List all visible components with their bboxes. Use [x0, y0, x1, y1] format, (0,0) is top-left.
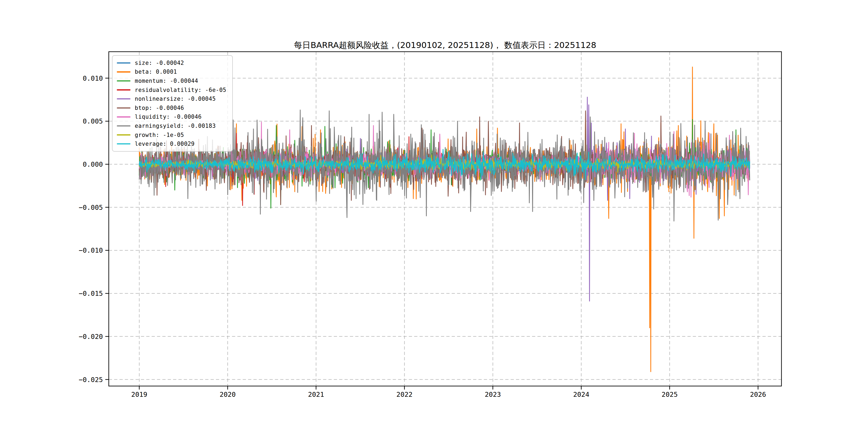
legend-swatch-btop [117, 107, 130, 109]
y-tick-label: −0.005 [79, 204, 103, 211]
legend-swatch-leverage [117, 143, 130, 145]
legend-swatch-growth [117, 134, 130, 135]
legend-swatch-size [117, 62, 130, 64]
legend-item-residualvolatility: residualvolatility: -6e-05 [115, 86, 226, 95]
legend: size: -0.00042beta: 0.0001momentum: -0.0… [112, 55, 233, 152]
legend-label: residualvolatility: -6e-05 [135, 87, 226, 93]
legend-item-btop: btop: -0.00046 [115, 103, 226, 113]
x-tick-label: 2022 [397, 391, 412, 398]
x-tick-label: 2025 [661, 391, 678, 398]
legend-item-growth: growth: -1e-05 [115, 130, 226, 140]
chart-title: 每日BARRA超额风险收益，(20190102, 20251128)， 数值表示… [109, 39, 781, 51]
y-tick-label: −0.025 [79, 376, 103, 384]
x-tick-label: 2021 [308, 391, 324, 398]
y-tick-label: −0.020 [79, 333, 103, 341]
y-tick-label: 0.000 [83, 160, 103, 168]
legend-label: size: -0.00042 [135, 60, 184, 66]
legend-swatch-nonlinearsize [117, 98, 130, 100]
x-tick-label: 2019 [131, 391, 147, 398]
legend-swatch-earningsyield [117, 125, 130, 127]
x-tick-label: 2024 [573, 391, 589, 398]
figure: 0.0100.0050.000−0.005−0.010−0.015−0.020−… [0, 0, 868, 434]
legend-item-earningsyield: earningsyield: -0.00183 [115, 121, 226, 130]
legend-item-beta: beta: 0.0001 [115, 67, 226, 76]
legend-item-nonlinearsize: nonlinearsize: -0.00045 [115, 94, 226, 103]
y-tick-label: 0.005 [83, 117, 103, 125]
legend-swatch-liquidity [117, 116, 130, 118]
legend-item-size: size: -0.00042 [115, 58, 226, 67]
y-tick-label: −0.015 [79, 289, 103, 298]
legend-item-leverage: leverage: 0.00029 [115, 139, 226, 148]
legend-item-momentum: momentum: -0.00044 [115, 76, 226, 86]
legend-label: leverage: 0.00029 [135, 141, 194, 147]
x-tick-label: 2026 [750, 391, 766, 398]
legend-label: liquidity: -0.00046 [135, 114, 202, 120]
x-tick-label: 2020 [220, 391, 236, 398]
legend-swatch-beta [117, 71, 130, 72]
legend-label: beta: 0.0001 [135, 69, 177, 75]
y-tick-label: 0.010 [83, 74, 103, 82]
y-tick-label: −0.010 [79, 246, 103, 254]
legend-label: momentum: -0.00044 [135, 78, 198, 84]
legend-label: btop: -0.00046 [135, 105, 184, 111]
legend-swatch-momentum [117, 81, 130, 82]
legend-swatch-residualvolatility [117, 89, 130, 91]
legend-label: earningsyield: -0.00183 [135, 123, 216, 129]
x-tick-label: 2023 [485, 391, 501, 398]
legend-label: nonlinearsize: -0.00045 [135, 96, 216, 102]
legend-label: growth: -1e-05 [135, 132, 184, 138]
legend-item-liquidity: liquidity: -0.00046 [115, 113, 226, 122]
